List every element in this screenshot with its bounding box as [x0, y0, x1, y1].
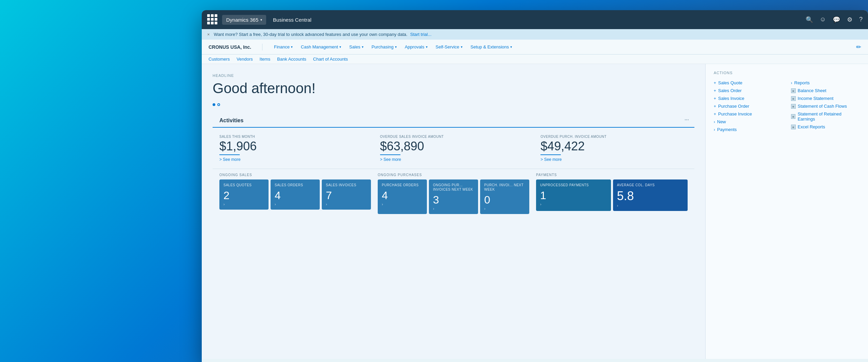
action-sales-invoice-label: Sales Invoice	[718, 96, 744, 101]
tile-unprocessed-payments-value: 1	[540, 190, 607, 201]
search-icon[interactable]: 🔍	[806, 16, 813, 23]
tile-ongoing-purch-invoices-label: ONGOING PUR... INVOICES NEXT WEEK	[433, 183, 474, 192]
headline-text: Good afternoon!	[213, 80, 694, 97]
group-spacer	[371, 169, 378, 214]
action-income-statement[interactable]: ≡ Income Statement	[791, 94, 860, 102]
kpi-overdue-purch-see-more[interactable]: > See more	[540, 157, 688, 162]
kpi-sales-underline	[219, 154, 240, 155]
right-panel: ACTIONS + Sales Quote + Sales Order + Sa…	[705, 64, 868, 359]
quick-link-vendors[interactable]: Vendors	[237, 57, 253, 62]
kpi-overdue-sales-underline	[380, 154, 400, 155]
kpi-overdue-sales-see-more[interactable]: > See more	[380, 157, 527, 162]
chat-icon[interactable]: 💬	[833, 16, 840, 23]
company-name: CRONUS USA, Inc.	[209, 44, 251, 50]
action-purchase-order[interactable]: + Purchase Order	[714, 102, 783, 110]
tile-arrow-icon: ›	[275, 202, 316, 206]
action-purchase-order-label: Purchase Order	[718, 104, 749, 109]
carousel-dot-active[interactable]	[213, 103, 215, 106]
tile-arrow-icon: ›	[223, 202, 264, 206]
action-cash-flows[interactable]: ≡ Statement of Cash Flows	[791, 102, 860, 110]
ongoing-sales-tiles: SALES QUOTES 2 › SALES ORDERS 4 ›	[219, 179, 371, 210]
kpi-sales-this-month: SALES THIS MONTH $1,906 > See more	[219, 134, 367, 162]
kpi-sales-see-more[interactable]: > See more	[219, 157, 367, 162]
action-purchase-invoice[interactable]: + Purchase Invoice	[714, 110, 783, 118]
kpi-overdue-purch-value[interactable]: $49,422	[540, 140, 688, 152]
nav-item-purchasing[interactable]: Purchasing ▾	[368, 43, 400, 51]
trial-message: Want more? Start a free, 30-day trial to…	[214, 32, 408, 37]
nav-item-setup-extensions[interactable]: Setup & Extensions ▾	[467, 43, 515, 51]
app-name-label: Dynamics 365	[226, 17, 258, 23]
settings-icon[interactable]: ⚙	[847, 16, 852, 23]
nav-item-finance[interactable]: Finance ▾	[271, 43, 296, 51]
chevron-down-icon: ▾	[260, 18, 262, 22]
nav-item-sales[interactable]: Sales ▾	[346, 43, 367, 51]
tile-ongoing-purch-invoices-value: 3	[433, 194, 474, 205]
trial-close-button[interactable]: ×	[207, 32, 210, 37]
action-retained-earnings[interactable]: ≡ Statement of Retained Earnings	[791, 110, 860, 123]
tile-arrow-icon: ›	[484, 207, 525, 211]
tile-ongoing-purch-invoices[interactable]: ONGOING PUR... INVOICES NEXT WEEK 3 ›	[429, 179, 478, 214]
action-sales-invoice[interactable]: + Sales Invoice	[714, 94, 783, 102]
waffle-icon[interactable]	[207, 14, 218, 25]
tile-purchase-orders-value: 4	[382, 190, 423, 201]
nav-item-cash-management[interactable]: Cash Management ▾	[297, 43, 344, 51]
action-sales-order[interactable]: + Sales Order	[714, 87, 783, 94]
action-reports[interactable]: › Reports	[791, 79, 860, 87]
nav-item-approvals[interactable]: Approvals ▾	[401, 43, 431, 51]
tile-arrow-icon: ›	[433, 207, 474, 211]
action-payments[interactable]: › Payments	[714, 126, 783, 133]
action-payments-label: Payments	[717, 127, 737, 132]
action-excel-reports[interactable]: ≡ Excel Reports	[791, 123, 860, 131]
report-doc-icon: ≡	[791, 125, 796, 129]
quick-links-bar: Customers Vendors Items Bank Accounts Ch…	[202, 55, 868, 64]
tile-avg-col-days[interactable]: AVERAGE COL. DAYS 5.8 ›	[613, 179, 688, 211]
quick-link-bank-accounts[interactable]: Bank Accounts	[277, 57, 306, 62]
help-icon[interactable]: ?	[859, 16, 863, 23]
arrow-icon: ›	[714, 127, 715, 132]
action-sales-quote[interactable]: + Sales Quote	[714, 79, 783, 87]
ongoing-purchases-tiles: PURCHASE ORDERS 4 › ONGOING PUR... INVOI…	[378, 179, 529, 214]
browser-window: Dynamics 365 ▾ Business Central 🔍 ☺ 💬 ⚙ …	[202, 10, 868, 362]
edit-pencil-icon[interactable]: ✏	[856, 43, 861, 51]
kpi-sales-value[interactable]: $1,906	[219, 140, 367, 152]
tile-purchase-orders[interactable]: PURCHASE ORDERS 4 ›	[378, 179, 427, 214]
tile-purchase-orders-label: PURCHASE ORDERS	[382, 183, 423, 187]
carousel-dot-inactive[interactable]	[217, 103, 220, 106]
payments-group: PAYMENTS UNPROCESSED PAYMENTS 1 › AVERAG…	[536, 169, 688, 214]
activities-section: Activities ··· SALES THIS MONTH $1,906 >…	[213, 114, 694, 219]
tile-sales-orders[interactable]: SALES ORDERS 4 ›	[271, 179, 320, 210]
kpi-row: SALES THIS MONTH $1,906 > See more OVERD…	[213, 128, 694, 169]
actions-label: ACTIONS	[714, 71, 860, 75]
nav-divider	[262, 44, 262, 50]
nav-item-self-service[interactable]: Self-Service ▾	[432, 43, 466, 51]
tile-sales-invoices-label: SALES INVOICES	[326, 183, 367, 187]
kpi-overdue-sales-value[interactable]: $63,890	[380, 140, 527, 152]
action-sales-quote-label: Sales Quote	[718, 80, 743, 85]
group-spacer2	[529, 169, 536, 214]
tile-sales-invoices-value: 7	[326, 190, 367, 201]
arrow-icon: ›	[714, 120, 715, 124]
ongoing-sales-group: ONGOING SALES SALES QUOTES 2 › SALES ORD…	[219, 169, 371, 214]
action-balance-sheet[interactable]: ≡ Balance Sheet	[791, 87, 860, 94]
tile-purch-invoi-next-week[interactable]: PURCH. INVOI... NEXT WEEK 0 ›	[480, 179, 529, 214]
tile-avg-col-days-label: AVERAGE COL. DAYS	[617, 183, 684, 187]
tile-sales-invoices[interactable]: SALES INVOICES 7 ›	[322, 179, 371, 210]
app-name-button[interactable]: Dynamics 365 ▾	[222, 15, 266, 25]
quick-link-customers[interactable]: Customers	[209, 57, 230, 62]
action-new-label: New	[717, 119, 726, 124]
quick-link-items[interactable]: Items	[260, 57, 271, 62]
plus-icon: +	[714, 88, 716, 93]
emoji-icon[interactable]: ☺	[820, 16, 826, 23]
nav-menu: Finance ▾ Cash Management ▾ Sales ▾ Purc…	[271, 43, 848, 51]
tile-unprocessed-payments[interactable]: UNPROCESSED PAYMENTS 1 ›	[536, 179, 611, 211]
quick-link-chart-of-accounts[interactable]: Chart of Accounts	[313, 57, 348, 62]
plus-icon: +	[714, 112, 716, 116]
tile-arrow-icon: ›	[326, 202, 367, 206]
carousel-dots	[213, 103, 694, 106]
tile-sales-quotes[interactable]: SALES QUOTES 2 ›	[219, 179, 269, 210]
action-new[interactable]: › New	[714, 118, 783, 126]
trial-link[interactable]: Start trial...	[410, 32, 432, 37]
kpi-overdue-purch: OVERDUE PURCH. INVOICE AMOUNT $49,422 > …	[540, 134, 688, 162]
activities-menu-icon[interactable]: ···	[685, 117, 689, 123]
tile-arrow-icon: ›	[382, 202, 423, 206]
